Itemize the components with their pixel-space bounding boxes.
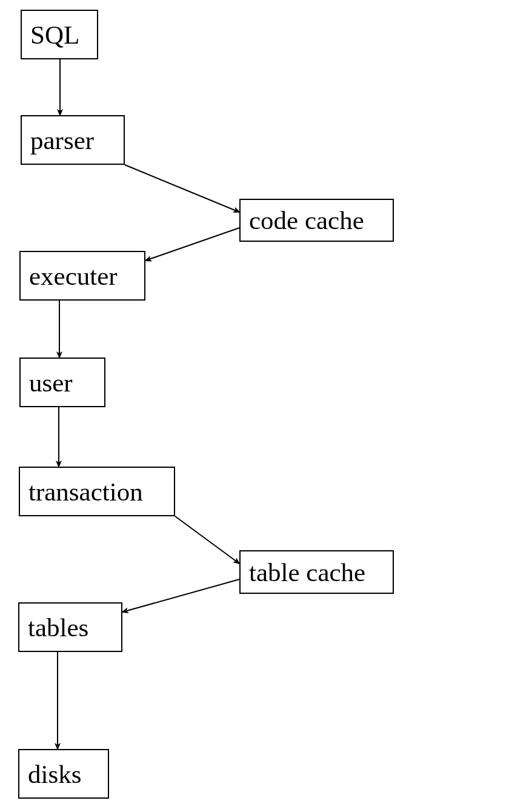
edge-table_cache-to-tables [122,579,239,612]
node-user: user [19,358,105,407]
node-label: table cache [249,557,365,587]
node-transaction: transaction [19,467,175,516]
node-label: disks [28,759,81,789]
node-code-cache: code cache [239,199,394,242]
node-label: code cache [249,205,364,235]
node-label: parser [30,125,94,155]
node-tables: tables [18,602,122,652]
node-parser: parser [21,115,125,165]
node-disks: disks [18,749,109,799]
node-sql: SQL [21,10,98,59]
node-label: transaction [28,477,143,507]
node-table-cache: table cache [239,550,394,594]
node-label: SQL [30,20,79,50]
diagram-container: SQL parser code cache executer user tran… [0,0,512,812]
edge-parser-to-code_cache [125,165,239,212]
edge-code_cache-to-executer [145,228,239,261]
node-label: tables [28,613,88,642]
node-label: user [29,368,73,398]
edge-transaction-to-table_cache [175,516,239,564]
node-label: executer [29,261,118,291]
node-executer: executer [19,251,145,301]
